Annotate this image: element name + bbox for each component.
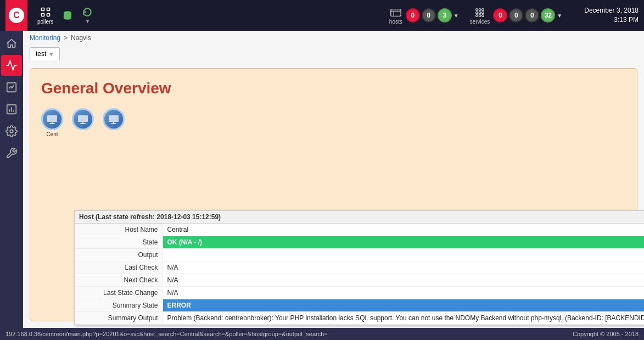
svg-rect-0	[41, 8, 44, 10]
tooltip-popup: Host (Last state refresh: 2018-12-03 15:…	[74, 210, 644, 325]
svg-point-22	[10, 130, 13, 133]
breadcrumb: Monitoring > Nagvis	[23, 31, 644, 45]
svg-point-10	[482, 8, 484, 10]
host-icon-1[interactable]: Cent	[41, 108, 63, 137]
breadcrumb-separator: >	[64, 34, 68, 42]
host-label-1: Cent	[46, 131, 58, 137]
hosts-badge-unknown[interactable]: 0	[422, 8, 436, 23]
tooltip-cell-value: OK (N/A - /)	[163, 236, 644, 249]
sidebar-item-monitoring[interactable]	[1, 55, 22, 76]
host-icon-2[interactable]	[72, 108, 94, 137]
statusbar: 192.168.0.38/centreon/main.php?p=20201&o…	[0, 328, 644, 340]
tooltip-cell-key: Last Check	[75, 261, 163, 274]
sidebar-item-settings[interactable]	[1, 121, 22, 142]
pollers-button[interactable]: pollers	[33, 4, 58, 27]
topbar: C pollers ▼	[0, 0, 644, 31]
tooltip-cell-value: ERROR	[163, 299, 644, 312]
tooltip-header: Host (Last state refresh: 2018-12-03 15:…	[75, 211, 644, 224]
nagvis-container: General Overview Cent	[30, 68, 637, 321]
tooltip-cell-key: Output	[75, 249, 163, 261]
svg-point-15	[479, 14, 481, 16]
svg-point-11	[476, 12, 478, 14]
svg-rect-2	[41, 13, 44, 16]
content-area: General Overview Cent	[23, 63, 644, 327]
services-label: services	[470, 19, 490, 25]
tooltip-table: Host NameCentralStateOK (N/A - /)OutputL…	[75, 224, 644, 325]
tooltip-cell-key: Last State Change	[75, 287, 163, 299]
main-content: Monitoring > Nagvis test ▼ General Overv…	[23, 31, 644, 328]
table-row: StateOK (N/A - /)	[75, 236, 644, 249]
hosts-badges: 0 0 3 ▼	[406, 8, 459, 23]
host-icon-circle-2	[72, 108, 94, 130]
svg-rect-23	[47, 115, 57, 122]
svg-rect-1	[47, 8, 49, 10]
general-overview-title: General Overview	[41, 80, 626, 97]
sidebar-item-graphs[interactable]	[1, 99, 22, 120]
statusbar-url: 192.168.0.38/centreon/main.php?p=20201&o…	[5, 331, 328, 337]
breadcrumb-nagvis: Nagvis	[71, 34, 91, 42]
host-icon-circle-1	[41, 108, 63, 130]
sidebar-item-performance[interactable]	[1, 77, 22, 98]
svg-point-14	[476, 14, 478, 16]
refresh-button[interactable]: ▼	[77, 4, 97, 26]
host-icon-circle-3	[103, 108, 125, 130]
sidebar-item-tools[interactable]	[1, 143, 22, 164]
tab-close-icon[interactable]: ▼	[48, 51, 54, 57]
services-icon-area: services	[470, 7, 490, 25]
hosts-badge-critical[interactable]: 0	[406, 8, 420, 23]
hosts-dropdown-icon[interactable]: ▼	[453, 13, 459, 19]
hosts-group: hosts 0 0 3 ▼	[389, 7, 459, 25]
table-row: Summary StateERROR	[75, 299, 644, 312]
table-row: Last State ChangeN/A	[75, 287, 644, 299]
services-group: services 0 0 0 32 ▼	[470, 7, 563, 25]
logo-circle: C	[9, 8, 24, 23]
services-badges: 0 0 0 32 ▼	[493, 8, 562, 23]
svg-rect-29	[109, 115, 119, 122]
date: December 3, 2018	[584, 6, 639, 15]
hosts-icon-area: hosts	[389, 7, 402, 25]
services-badge-ok[interactable]: 32	[541, 8, 555, 23]
logo-area[interactable]: C	[5, 0, 27, 31]
svg-point-12	[479, 12, 481, 14]
pollers-label: pollers	[37, 19, 53, 25]
refresh-dropdown-icon: ▼	[85, 19, 90, 24]
tooltip-cell-key: Next Check	[75, 274, 163, 287]
tab-bar: test ▼	[23, 45, 644, 63]
table-row: Next CheckN/A	[75, 274, 644, 287]
tooltip-cell-value: N/A	[163, 274, 644, 287]
sidebar-item-home[interactable]	[1, 33, 22, 54]
services-badge-critical[interactable]: 0	[493, 8, 507, 23]
table-row: Host NameCentral	[75, 224, 644, 236]
table-row: Last CheckN/A	[75, 261, 644, 274]
svg-rect-26	[78, 115, 88, 122]
table-row: Output	[75, 249, 644, 261]
db-button[interactable]	[58, 8, 77, 23]
svg-rect-31	[111, 123, 116, 124]
tooltip-cell-value: N/A	[163, 261, 644, 274]
statusbar-copyright: Copyright © 2005 - 2018	[573, 331, 639, 337]
host-icon-3[interactable]	[103, 108, 125, 137]
sidebar	[0, 31, 23, 328]
tooltip-cell-key: State	[75, 236, 163, 249]
services-badge-warning[interactable]: 0	[509, 8, 523, 23]
tooltip-cell-key: Summary Output	[75, 312, 163, 325]
time: 3:13 PM	[584, 15, 639, 25]
breadcrumb-monitoring[interactable]: Monitoring	[30, 34, 60, 42]
svg-point-13	[482, 12, 484, 14]
services-badge-unknown[interactable]: 0	[525, 8, 539, 23]
logo-icon: C	[13, 10, 20, 20]
tooltip-cell-key: Summary State	[75, 299, 163, 312]
svg-point-9	[479, 8, 481, 10]
tab-test-label: test	[36, 50, 46, 58]
tooltip-cell-value: Central	[163, 224, 644, 236]
tooltip-cell-value	[163, 249, 644, 261]
svg-rect-28	[80, 123, 86, 124]
tooltip-cell-value: Problem (Backend: centreonbroker): Your …	[163, 312, 644, 325]
tab-test[interactable]: test ▼	[30, 47, 60, 60]
services-dropdown-icon[interactable]: ▼	[557, 13, 562, 19]
hosts-label: hosts	[389, 19, 402, 25]
hosts-badge-ok[interactable]: 3	[438, 8, 452, 23]
datetime: December 3, 2018 3:13 PM	[584, 6, 639, 25]
tooltip-cell-value: N/A	[163, 287, 644, 299]
svg-rect-5	[391, 9, 401, 16]
